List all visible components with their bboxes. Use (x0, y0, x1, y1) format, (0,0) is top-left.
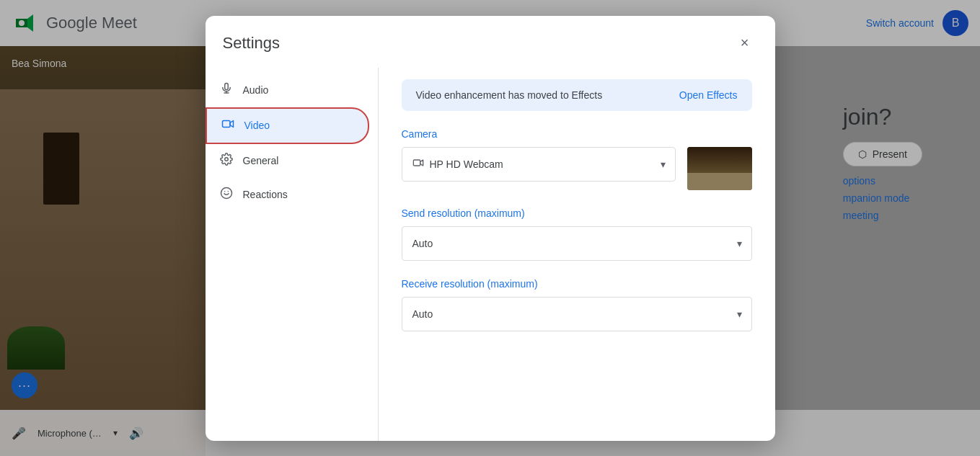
receive-resolution-section: Receive resolution (maximum) Auto ▾ (402, 278, 752, 331)
svg-point-7 (221, 187, 231, 198)
send-resolution-section: Send resolution (maximum) Auto ▾ (402, 207, 752, 261)
sidebar-item-audio[interactable]: Audio (206, 73, 369, 107)
receive-resolution-label: Receive resolution (maximum) (402, 278, 752, 290)
settings-main: Video enhancement has moved to Effects O… (379, 68, 775, 441)
camera-select-wrapper: HP HD Webcam ▾ (402, 147, 676, 182)
sidebar-item-reactions[interactable]: Reactions (206, 178, 369, 212)
general-icon (220, 153, 233, 169)
settings-modal: Settings × Audio (206, 16, 775, 441)
camera-label: Camera (402, 128, 752, 140)
svg-rect-2 (224, 83, 228, 89)
send-resolution-value: Auto (412, 238, 433, 249)
sidebar-item-video[interactable]: Video (206, 107, 369, 144)
sidebar-general-label: General (243, 155, 279, 166)
send-resolution-wrapper: Auto ▾ (402, 226, 752, 261)
receive-resolution-value: Auto (412, 308, 433, 320)
receive-resolution-dropdown[interactable]: Auto (402, 297, 752, 331)
sidebar-video-label: Video (244, 120, 270, 131)
send-resolution-dropdown[interactable]: Auto (402, 226, 752, 261)
thumbnail-arch (687, 147, 752, 173)
settings-sidebar: Audio Video General (206, 68, 379, 441)
camera-section: Camera HP HD Webcam ▾ (402, 128, 752, 190)
camera-value: HP HD Webcam (430, 158, 503, 170)
camera-thumbnail (687, 147, 752, 190)
modal-title: Settings (223, 34, 281, 53)
sidebar-item-general[interactable]: General (206, 144, 369, 178)
receive-resolution-wrapper: Auto ▾ (402, 297, 752, 331)
enhancement-banner: Video enhancement has moved to Effects O… (402, 79, 752, 111)
audio-icon (220, 82, 233, 99)
reactions-icon (220, 187, 233, 203)
send-resolution-label: Send resolution (maximum) (402, 207, 752, 219)
video-icon (221, 117, 234, 134)
camera-row: HP HD Webcam ▾ (402, 147, 752, 190)
camera-dropdown[interactable]: HP HD Webcam (402, 147, 676, 182)
webcam-icon (412, 157, 424, 171)
modal-body: Audio Video General (206, 68, 775, 441)
sidebar-reactions-label: Reactions (243, 189, 288, 200)
enhancement-text: Video enhancement has moved to Effects (416, 89, 603, 101)
thumbnail-ground (687, 173, 752, 190)
svg-rect-5 (222, 120, 230, 127)
close-button[interactable]: × (732, 30, 758, 56)
open-effects-button[interactable]: Open Effects (679, 89, 738, 101)
svg-point-6 (224, 157, 228, 161)
svg-rect-10 (413, 160, 420, 166)
modal-header: Settings × (206, 16, 775, 68)
sidebar-audio-label: Audio (243, 84, 269, 96)
